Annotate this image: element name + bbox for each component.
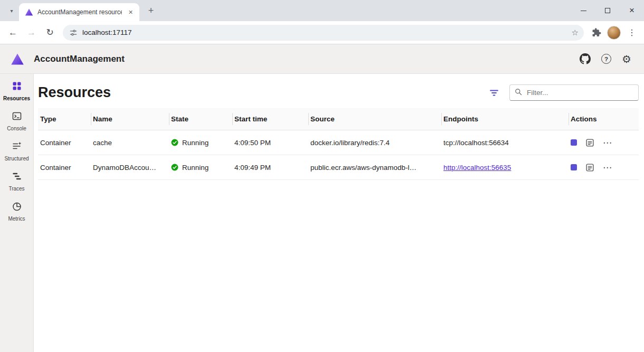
cell-state: Running	[169, 164, 232, 172]
github-icon[interactable]	[580, 53, 591, 64]
column-header-start-time: Start time	[232, 108, 308, 130]
page-tools	[486, 84, 639, 101]
screen: ▾ AccountManagement resources × + × ← → …	[0, 0, 644, 352]
cell-type: Container	[38, 139, 91, 147]
app-body: Resources Console	[0, 74, 644, 352]
cell-type: Container	[38, 164, 91, 172]
column-header-type: Type	[38, 108, 91, 130]
minimize-icon	[581, 11, 586, 11]
browser-toolbar: ← → ↻ localhost:17117 ☆ ⋮	[0, 21, 644, 44]
sidebar-item-traces[interactable]: Traces	[0, 166, 33, 196]
table-header-row: Type Name State Start time Source Endpoi…	[38, 108, 639, 130]
endpoint-link[interactable]: http://localhost:56635	[443, 164, 511, 172]
sidebar-label: Structured	[4, 156, 29, 161]
aspire-dashboard: AccountManagement ? ⚙	[0, 44, 644, 352]
back-button[interactable]: ←	[4, 24, 22, 41]
site-info-icon[interactable]	[69, 28, 78, 37]
window-close-button[interactable]: ×	[620, 0, 644, 21]
browser-menu-icon[interactable]: ⋮	[624, 25, 640, 41]
stop-button[interactable]	[571, 164, 577, 170]
header-actions: ? ⚙	[580, 53, 631, 64]
cell-name: cache	[91, 139, 169, 147]
sidebar: Resources Console	[0, 74, 34, 352]
stop-button[interactable]	[571, 139, 577, 146]
metrics-pie-icon	[12, 201, 22, 214]
minimize-button[interactable]	[571, 0, 595, 21]
more-actions-icon[interactable]: ⋯	[603, 163, 612, 172]
url-text: localhost:17117	[82, 28, 567, 36]
address-bar[interactable]: localhost:17117 ☆	[63, 25, 584, 41]
traces-gantt-icon	[12, 171, 22, 184]
filter-funnel-icon[interactable]	[486, 85, 502, 101]
column-header-name: Name	[91, 108, 169, 130]
filter-search	[509, 84, 639, 101]
resources-table: Type Name State Start time Source Endpoi…	[38, 108, 639, 180]
extensions-icon[interactable]	[588, 25, 604, 41]
reload-button[interactable]: ↻	[41, 24, 59, 41]
cell-source: public.ecr.aws/aws-dynamodb-l…	[308, 164, 441, 172]
cell-actions: ⋯	[569, 138, 639, 147]
state-text: Running	[182, 164, 209, 172]
help-icon[interactable]: ?	[601, 54, 611, 64]
browser-tab[interactable]: AccountManagement resources ×	[19, 3, 139, 21]
settings-gear-icon[interactable]: ⚙	[622, 54, 631, 64]
sidebar-item-metrics[interactable]: Metrics	[0, 196, 33, 226]
console-logs-icon[interactable]	[585, 163, 594, 172]
column-header-endpoints: Endpoints	[441, 108, 569, 130]
forward-button[interactable]: →	[23, 24, 40, 41]
running-check-icon	[171, 139, 178, 146]
state-text: Running	[182, 139, 209, 147]
console-terminal-icon	[12, 111, 22, 123]
more-actions-icon[interactable]: ⋯	[603, 138, 612, 147]
running-check-icon	[171, 164, 178, 171]
sidebar-label: Metrics	[8, 216, 25, 222]
table-row: Container cache Running 4:09:50 PM	[38, 130, 639, 155]
cell-endpoint: http://localhost:56635	[441, 164, 569, 172]
profile-avatar[interactable]	[607, 26, 621, 40]
table-row: Container DynamoDBAccou… Running 4	[38, 155, 639, 180]
sidebar-label: Resources	[3, 96, 30, 101]
cell-actions: ⋯	[569, 163, 639, 172]
bookmark-star-icon[interactable]: ☆	[572, 28, 579, 37]
resources-grid-icon	[12, 81, 22, 93]
column-header-source: Source	[308, 108, 441, 130]
maximize-icon	[605, 8, 610, 13]
cell-state: Running	[169, 139, 232, 147]
tab-title: AccountManagement resources	[37, 8, 122, 16]
column-header-state: State	[169, 108, 232, 130]
tab-search-chevron-icon[interactable]: ▾	[4, 3, 19, 18]
sidebar-item-structured[interactable]: Structured	[0, 136, 33, 166]
aspire-favicon-icon	[25, 8, 33, 16]
cell-source: docker.io/library/redis:7.4	[308, 139, 441, 147]
app-title: AccountManagement	[34, 54, 125, 64]
cell-start-time: 4:09:50 PM	[232, 139, 308, 147]
filter-input[interactable]	[509, 84, 639, 101]
cell-endpoint: tcp://localhost:56634	[441, 139, 569, 147]
aspire-logo-icon	[11, 52, 24, 66]
new-tab-button[interactable]: +	[144, 3, 158, 18]
app-header: AccountManagement ? ⚙	[0, 44, 644, 74]
sidebar-label: Console	[7, 126, 26, 131]
cell-start-time: 4:09:49 PM	[232, 164, 308, 172]
window-controls: ×	[571, 0, 644, 21]
cell-name: DynamoDBAccou…	[91, 164, 169, 172]
tab-close-icon[interactable]: ×	[126, 8, 135, 17]
page-title: Resources	[38, 84, 111, 101]
structured-logs-icon	[12, 141, 22, 154]
console-logs-icon[interactable]	[585, 138, 594, 147]
page-head: Resources	[38, 74, 639, 108]
sidebar-label: Traces	[8, 186, 24, 192]
sidebar-item-console[interactable]: Console	[0, 106, 33, 136]
browser-tab-strip: ▾ AccountManagement resources × + ×	[0, 0, 644, 21]
column-header-actions: Actions	[569, 108, 639, 130]
main-content: Resources	[34, 74, 644, 352]
sidebar-item-resources[interactable]: Resources	[0, 76, 33, 106]
maximize-button[interactable]	[595, 0, 620, 21]
search-icon	[514, 88, 523, 98]
